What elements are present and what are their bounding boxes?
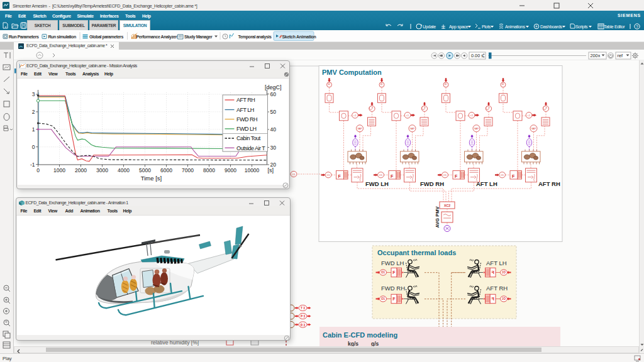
svg-text:7000: 7000: [182, 167, 194, 173]
svg-text:Run Parameters: Run Parameters: [9, 35, 39, 39]
svg-text:?: ?: [636, 25, 638, 29]
svg-text:FWD LH: FWD LH: [381, 260, 404, 266]
svg-text:AVG PMV: AVG PMV: [435, 206, 440, 228]
svg-text:Outside Air T: Outside Air T: [236, 145, 265, 151]
svg-text:60: 60: [270, 91, 277, 97]
svg-text:[s]: [s]: [268, 167, 274, 173]
svg-text:AFT RH: AFT RH: [236, 97, 255, 103]
svg-text:10000: 10000: [245, 167, 260, 173]
svg-text:Study Manager: Study Manager: [184, 35, 213, 40]
svg-text:6000: 6000: [160, 167, 172, 173]
svg-text:1: 1: [32, 126, 35, 133]
svg-text:4000: 4000: [118, 167, 130, 173]
svg-text:XC2: XC2: [444, 204, 450, 207]
svg-text:Run simulation: Run simulation: [48, 35, 76, 39]
svg-text:Time [s]: Time [s]: [141, 175, 162, 182]
svg-text:0: 0: [36, 167, 40, 173]
svg-text:5000: 5000: [139, 167, 151, 173]
svg-text:-1: -1: [30, 162, 35, 168]
svg-text:FWD RH: FWD RH: [381, 285, 405, 292]
svg-text:Animations: Animations: [505, 25, 525, 29]
svg-text:0: 0: [32, 144, 35, 150]
svg-text:30: 30: [270, 145, 277, 151]
svg-text:ref: ref: [618, 53, 623, 58]
svg-text:P 3: P 3: [301, 315, 305, 318]
svg-text:[degC]: [degC]: [265, 84, 282, 90]
svg-text:Global parameters: Global parameters: [89, 35, 123, 40]
svg-text:FWD LH: FWD LH: [365, 180, 389, 187]
svg-text:FWD RH: FWD RH: [420, 180, 444, 187]
svg-text:Sketch Animation: Sketch Animation: [282, 35, 316, 39]
svg-text:AFT LH: AFT LH: [486, 260, 507, 266]
svg-text:O1: O1: [292, 173, 295, 176]
svg-text:R 3: R 3: [301, 324, 306, 327]
svg-text:3000: 3000: [96, 167, 108, 173]
svg-text:AFT LH: AFT LH: [236, 107, 254, 113]
svg-text:AFT RH: AFT RH: [538, 180, 560, 187]
svg-text:2000: 2000: [75, 167, 87, 173]
svg-text:0.00 s: 0.00 s: [471, 53, 484, 58]
svg-text:1000: 1000: [53, 167, 65, 173]
svg-text:AFT LH: AFT LH: [476, 180, 497, 187]
svg-text:Update: Update: [423, 25, 436, 30]
svg-text:AFT RH: AFT RH: [486, 285, 508, 292]
svg-text:3: 3: [32, 91, 35, 97]
svg-text:Performance Analyzer: Performance Analyzer: [136, 35, 177, 40]
svg-text:Temporal analysis: Temporal analysis: [238, 35, 272, 40]
svg-text:50: 50: [270, 109, 277, 115]
svg-text:T 3: T 3: [301, 307, 305, 310]
svg-text:2: 2: [32, 109, 35, 115]
svg-text:Occupant thermal loads: Occupant thermal loads: [377, 249, 456, 256]
svg-text:Plots: Plots: [482, 25, 491, 29]
svg-text:Cabin Tout: Cabin Tout: [236, 135, 261, 141]
svg-text:200x: 200x: [591, 53, 601, 58]
svg-text:40: 40: [270, 126, 277, 133]
svg-text:Table Editor: Table Editor: [604, 25, 625, 29]
svg-text:Cabin E-CFD modeling: Cabin E-CFD modeling: [323, 331, 397, 339]
svg-text:Dashboards: Dashboards: [540, 25, 563, 29]
svg-text:App space: App space: [449, 25, 469, 30]
svg-text:8000: 8000: [203, 167, 215, 173]
svg-text:FWD RH: FWD RH: [236, 116, 257, 123]
svg-text:9000: 9000: [225, 167, 236, 173]
svg-text:FWD LH: FWD LH: [236, 126, 257, 132]
svg-text:PMV Computation: PMV Computation: [322, 69, 382, 76]
svg-text:Scripts: Scripts: [575, 25, 588, 30]
